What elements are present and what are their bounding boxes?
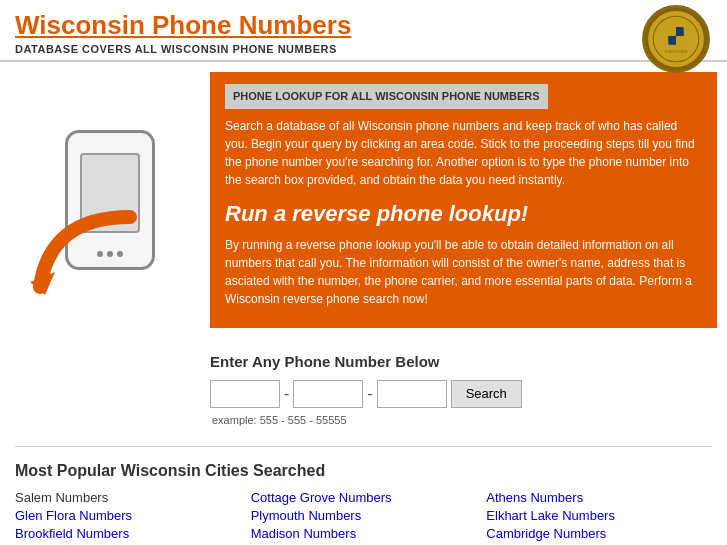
city-link[interactable]: Madison Numbers: [251, 526, 477, 541]
phone-graphic: [10, 72, 210, 328]
cities-column-2: Athens NumbersElkhart Lake NumbersCambri…: [486, 490, 712, 546]
search-button[interactable]: Search: [451, 380, 522, 408]
cities-grid: Salem NumbersGlen Flora NumbersBrookfiel…: [15, 490, 712, 546]
site-subtitle: DATABASE COVERS ALL WISCONSIN PHONE NUMB…: [15, 43, 712, 55]
panel-title: PHONE LOOKUP FOR ALL WISCONSIN PHONE NUM…: [225, 84, 548, 109]
cities-heading: Most Popular Wisconsin Cities Searched: [15, 462, 712, 480]
site-title-link[interactable]: Wisconsin Phone Numbers: [15, 10, 351, 40]
cities-section: Most Popular Wisconsin Cities Searched S…: [0, 457, 727, 546]
separator-2: -: [367, 385, 372, 403]
main-content: PHONE LOOKUP FOR ALL WISCONSIN PHONE NUM…: [0, 62, 727, 338]
city-link[interactable]: Glen Flora Numbers: [15, 508, 241, 523]
phone-input-group: - - Search: [210, 380, 712, 408]
city-link[interactable]: Salem Numbers: [15, 490, 241, 505]
svg-rect-3: [668, 27, 676, 36]
city-link[interactable]: Cambridge Numbers: [486, 526, 712, 541]
state-seal: WISCONSIN: [642, 5, 712, 75]
city-link[interactable]: Cottage Grove Numbers: [251, 490, 477, 505]
phone-area-code[interactable]: [210, 380, 280, 408]
cities-column-1: Cottage Grove NumbersPlymouth NumbersMad…: [251, 490, 477, 546]
section-divider: [15, 446, 712, 447]
svg-point-5: [667, 19, 673, 25]
search-heading: Enter Any Phone Number Below: [210, 353, 712, 370]
page-title: Wisconsin Phone Numbers: [15, 10, 712, 41]
seal-svg: WISCONSIN: [645, 5, 707, 73]
phone-prefix[interactable]: [293, 380, 363, 408]
search-section: Enter Any Phone Number Below - - Search …: [0, 338, 727, 436]
page-header: Wisconsin Phone Numbers DATABASE COVERS …: [0, 0, 727, 62]
city-link[interactable]: Elkhart Lake Numbers: [486, 508, 712, 523]
svg-text:WISCONSIN: WISCONSIN: [665, 49, 688, 54]
city-link[interactable]: Brookfield Numbers: [15, 526, 241, 541]
svg-rect-4: [676, 36, 684, 45]
cta-text: By running a reverse phone lookup you'll…: [225, 236, 702, 308]
svg-point-6: [679, 19, 685, 25]
cities-column-0: Salem NumbersGlen Flora NumbersBrookfiel…: [15, 490, 241, 546]
search-example: example: 555 - 555 - 55555: [212, 414, 712, 426]
info-panel: PHONE LOOKUP FOR ALL WISCONSIN PHONE NUM…: [210, 72, 717, 328]
arrow-graphic: [30, 207, 150, 297]
city-link[interactable]: Plymouth Numbers: [251, 508, 477, 523]
city-link[interactable]: Athens Numbers: [486, 490, 712, 505]
phone-number[interactable]: [377, 380, 447, 408]
cta-heading: Run a reverse phone lookup!: [225, 197, 702, 230]
separator-1: -: [284, 385, 289, 403]
info-description: Search a database of all Wisconsin phone…: [225, 117, 702, 189]
